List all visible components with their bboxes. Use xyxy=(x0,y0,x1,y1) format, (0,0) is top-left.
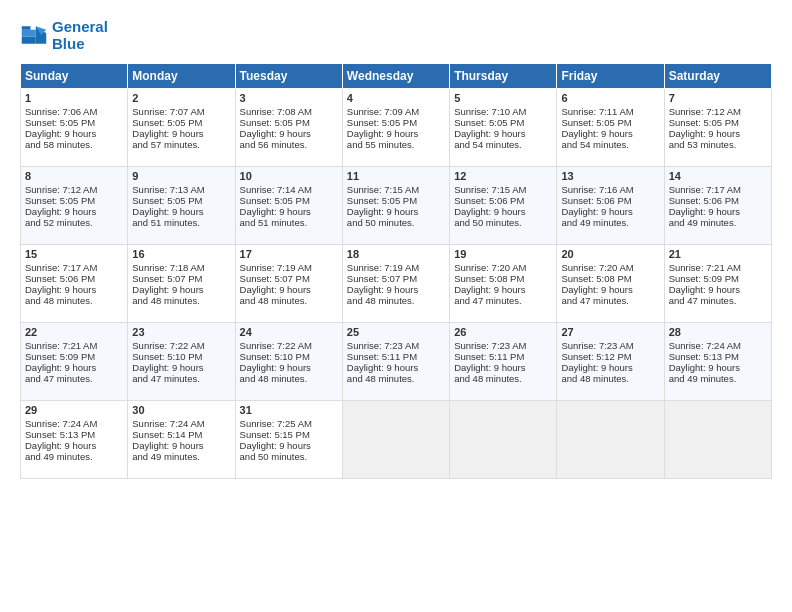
calendar-cell: 26Sunrise: 7:23 AMSunset: 5:11 PMDayligh… xyxy=(450,322,557,400)
day-number: 31 xyxy=(240,404,338,416)
page: General Blue SundayMondayTuesdayWednesda… xyxy=(0,0,792,612)
calendar-cell: 17Sunrise: 7:19 AMSunset: 5:07 PMDayligh… xyxy=(235,244,342,322)
calendar-cell: 7Sunrise: 7:12 AMSunset: 5:05 PMDaylight… xyxy=(664,88,771,166)
calendar-cell xyxy=(664,400,771,478)
calendar-cell: 15Sunrise: 7:17 AMSunset: 5:06 PMDayligh… xyxy=(21,244,128,322)
header-day-saturday: Saturday xyxy=(664,63,771,88)
calendar-cell: 22Sunrise: 7:21 AMSunset: 5:09 PMDayligh… xyxy=(21,322,128,400)
header-day-friday: Friday xyxy=(557,63,664,88)
calendar-cell: 10Sunrise: 7:14 AMSunset: 5:05 PMDayligh… xyxy=(235,166,342,244)
day-number: 20 xyxy=(561,248,659,260)
day-number: 3 xyxy=(240,92,338,104)
calendar-cell xyxy=(557,400,664,478)
day-number: 12 xyxy=(454,170,552,182)
calendar-cell: 5Sunrise: 7:10 AMSunset: 5:05 PMDaylight… xyxy=(450,88,557,166)
calendar-cell: 21Sunrise: 7:21 AMSunset: 5:09 PMDayligh… xyxy=(664,244,771,322)
calendar-cell: 1Sunrise: 7:06 AMSunset: 5:05 PMDaylight… xyxy=(21,88,128,166)
logo-icon xyxy=(20,21,48,49)
calendar-cell: 27Sunrise: 7:23 AMSunset: 5:12 PMDayligh… xyxy=(557,322,664,400)
calendar-cell: 31Sunrise: 7:25 AMSunset: 5:15 PMDayligh… xyxy=(235,400,342,478)
calendar-body: 1Sunrise: 7:06 AMSunset: 5:05 PMDaylight… xyxy=(21,88,772,478)
calendar-cell: 16Sunrise: 7:18 AMSunset: 5:07 PMDayligh… xyxy=(128,244,235,322)
calendar-cell: 2Sunrise: 7:07 AMSunset: 5:05 PMDaylight… xyxy=(128,88,235,166)
header-day-wednesday: Wednesday xyxy=(342,63,449,88)
day-number: 28 xyxy=(669,326,767,338)
day-number: 24 xyxy=(240,326,338,338)
day-number: 9 xyxy=(132,170,230,182)
day-number: 26 xyxy=(454,326,552,338)
calendar-cell: 8Sunrise: 7:12 AMSunset: 5:05 PMDaylight… xyxy=(21,166,128,244)
header-day-thursday: Thursday xyxy=(450,63,557,88)
day-number: 1 xyxy=(25,92,123,104)
calendar-cell: 4Sunrise: 7:09 AMSunset: 5:05 PMDaylight… xyxy=(342,88,449,166)
calendar-row: 22Sunrise: 7:21 AMSunset: 5:09 PMDayligh… xyxy=(21,322,772,400)
calendar-cell: 23Sunrise: 7:22 AMSunset: 5:10 PMDayligh… xyxy=(128,322,235,400)
calendar-row: 29Sunrise: 7:24 AMSunset: 5:13 PMDayligh… xyxy=(21,400,772,478)
day-number: 2 xyxy=(132,92,230,104)
calendar-cell: 11Sunrise: 7:15 AMSunset: 5:05 PMDayligh… xyxy=(342,166,449,244)
calendar-cell: 25Sunrise: 7:23 AMSunset: 5:11 PMDayligh… xyxy=(342,322,449,400)
day-number: 29 xyxy=(25,404,123,416)
header: General Blue xyxy=(20,18,772,53)
day-number: 14 xyxy=(669,170,767,182)
day-number: 4 xyxy=(347,92,445,104)
calendar-cell: 12Sunrise: 7:15 AMSunset: 5:06 PMDayligh… xyxy=(450,166,557,244)
calendar-cell xyxy=(342,400,449,478)
calendar-cell: 28Sunrise: 7:24 AMSunset: 5:13 PMDayligh… xyxy=(664,322,771,400)
logo-text: General Blue xyxy=(52,18,108,53)
day-number: 30 xyxy=(132,404,230,416)
svg-rect-5 xyxy=(22,27,31,31)
svg-rect-4 xyxy=(22,30,36,37)
calendar-cell: 29Sunrise: 7:24 AMSunset: 5:13 PMDayligh… xyxy=(21,400,128,478)
calendar-cell: 24Sunrise: 7:22 AMSunset: 5:10 PMDayligh… xyxy=(235,322,342,400)
day-number: 11 xyxy=(347,170,445,182)
calendar-cell: 18Sunrise: 7:19 AMSunset: 5:07 PMDayligh… xyxy=(342,244,449,322)
svg-rect-3 xyxy=(22,37,36,44)
logo: General Blue xyxy=(20,18,108,53)
calendar-row: 8Sunrise: 7:12 AMSunset: 5:05 PMDaylight… xyxy=(21,166,772,244)
calendar-row: 1Sunrise: 7:06 AMSunset: 5:05 PMDaylight… xyxy=(21,88,772,166)
header-day-tuesday: Tuesday xyxy=(235,63,342,88)
day-number: 18 xyxy=(347,248,445,260)
header-day-monday: Monday xyxy=(128,63,235,88)
day-number: 13 xyxy=(561,170,659,182)
day-number: 23 xyxy=(132,326,230,338)
calendar-cell xyxy=(450,400,557,478)
day-number: 21 xyxy=(669,248,767,260)
day-number: 10 xyxy=(240,170,338,182)
day-number: 17 xyxy=(240,248,338,260)
calendar-cell: 3Sunrise: 7:08 AMSunset: 5:05 PMDaylight… xyxy=(235,88,342,166)
day-number: 8 xyxy=(25,170,123,182)
day-number: 27 xyxy=(561,326,659,338)
calendar-cell: 6Sunrise: 7:11 AMSunset: 5:05 PMDaylight… xyxy=(557,88,664,166)
calendar-cell: 20Sunrise: 7:20 AMSunset: 5:08 PMDayligh… xyxy=(557,244,664,322)
calendar-row: 15Sunrise: 7:17 AMSunset: 5:06 PMDayligh… xyxy=(21,244,772,322)
calendar-cell: 19Sunrise: 7:20 AMSunset: 5:08 PMDayligh… xyxy=(450,244,557,322)
calendar-cell: 13Sunrise: 7:16 AMSunset: 5:06 PMDayligh… xyxy=(557,166,664,244)
calendar-cell: 14Sunrise: 7:17 AMSunset: 5:06 PMDayligh… xyxy=(664,166,771,244)
header-day-sunday: Sunday xyxy=(21,63,128,88)
calendar-header-row: SundayMondayTuesdayWednesdayThursdayFrid… xyxy=(21,63,772,88)
day-number: 19 xyxy=(454,248,552,260)
day-number: 16 xyxy=(132,248,230,260)
day-number: 15 xyxy=(25,248,123,260)
day-number: 5 xyxy=(454,92,552,104)
day-number: 22 xyxy=(25,326,123,338)
day-number: 7 xyxy=(669,92,767,104)
day-number: 6 xyxy=(561,92,659,104)
calendar-table: SundayMondayTuesdayWednesdayThursdayFrid… xyxy=(20,63,772,479)
day-number: 25 xyxy=(347,326,445,338)
calendar-cell: 9Sunrise: 7:13 AMSunset: 5:05 PMDaylight… xyxy=(128,166,235,244)
calendar-cell: 30Sunrise: 7:24 AMSunset: 5:14 PMDayligh… xyxy=(128,400,235,478)
